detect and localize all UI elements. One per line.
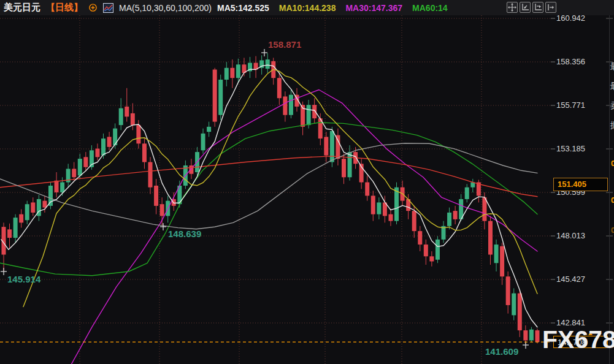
candle [266,53,270,73]
axis-highlight-label: 151.405 [553,178,608,191]
candle [348,145,352,181]
candle [418,226,422,251]
pan-tool-button[interactable] [507,2,518,13]
exit-chart-button[interactable] [545,2,556,13]
candle [277,73,282,105]
candle [154,179,158,214]
candle [37,195,41,221]
candle [324,132,328,162]
candle [336,129,340,165]
clipped-quote-label: 最 [610,61,614,72]
candle [224,62,229,86]
axis-scale-right-icon [534,3,542,12]
candle [125,88,129,122]
axis-scale-left-button[interactable] [520,2,531,13]
candle [289,89,293,118]
candle [342,154,346,184]
axis-tick-label: 145.427 [556,275,585,284]
candle [465,184,469,202]
ma-value-readout: MA5:142.525 [217,3,269,13]
axis-tick-label: 158.356 [556,57,585,66]
candle [83,152,88,170]
indicator-chart-icon[interactable] [103,2,113,13]
ma-value-readout: MA10:144.238 [279,3,336,13]
candle [72,162,76,181]
axis-tick-label: 155.771 [556,100,585,110]
candle [365,175,369,200]
candle [230,59,234,88]
clipped-quote-value: 0 [611,195,614,205]
axis-tick-label: 148.013 [556,231,585,240]
candle [66,164,71,187]
candle [218,75,223,120]
add-indicator-icon[interactable] [88,2,98,13]
clipped-quote-value: 0 [611,226,614,235]
price-swing-label: 141.609 [485,346,518,357]
candle [529,327,534,343]
candle [518,290,522,337]
candle [13,214,18,243]
exit-chart-icon [547,3,555,12]
chart-toolbar [507,2,556,13]
axis-tick-label: 153.185 [556,144,585,153]
candle [142,138,147,169]
clipped-quote-label: 振 [610,120,614,131]
candle [388,209,393,226]
candle [48,182,53,209]
candle [177,181,182,208]
candle [95,143,99,160]
candle [19,209,23,227]
candle [447,208,451,230]
candle [318,113,323,145]
ma-line-ma60 [0,123,537,276]
candle [31,197,35,216]
ma-value-readout: MA30:147.367 [345,3,402,13]
axis-scale-left-icon [521,3,529,12]
swing-marker-icon [160,223,166,230]
clipped-quote-label: 卖 [610,100,614,112]
candle [271,58,275,85]
candle [201,129,205,154]
candle [523,325,528,344]
panel-separator [609,0,610,364]
candle [394,182,399,224]
clipped-quote-value: 0 [611,159,614,168]
price-swing-label: 158.871 [268,39,301,50]
candle [535,328,539,343]
candle [470,179,475,192]
ma-settings-label[interactable]: MA(5,10,30,60,100,200) [119,3,212,13]
price-swing-label: 148.639 [168,229,201,239]
clipped-quote-label: 最 [610,81,614,92]
swing-marker-icon [1,268,7,275]
candlestick-chart[interactable] [0,0,614,364]
swing-marker-icon [261,49,267,56]
candle [283,91,287,121]
candle [494,240,499,271]
period-label: 【日线】 [46,2,83,13]
symbol-title: 美元日元 [4,2,40,13]
candle [377,197,381,219]
ma-line-ma5 [1,65,537,327]
candle [254,56,258,78]
candle [295,88,299,112]
chart-window: 美元日元 【日线】 MA(5,10,30,60,100,200) MA5:142… [0,0,614,364]
candle [424,240,428,265]
candle [107,132,112,150]
candle [55,172,59,197]
candle [183,161,188,189]
price-swing-label: 145.914 [7,274,40,284]
candle [371,191,375,221]
candle [160,197,164,226]
candle [442,221,446,243]
candle [242,58,246,76]
candle [7,224,12,248]
candle [248,57,252,78]
candle [207,122,211,137]
candle [500,243,504,285]
axis-scale-right-button[interactable] [532,2,543,13]
swing-marker-icon [523,341,529,349]
ma-value-readout: MA60:14 [412,3,448,13]
candle [512,288,516,320]
candle [453,206,458,224]
candle [488,216,493,265]
